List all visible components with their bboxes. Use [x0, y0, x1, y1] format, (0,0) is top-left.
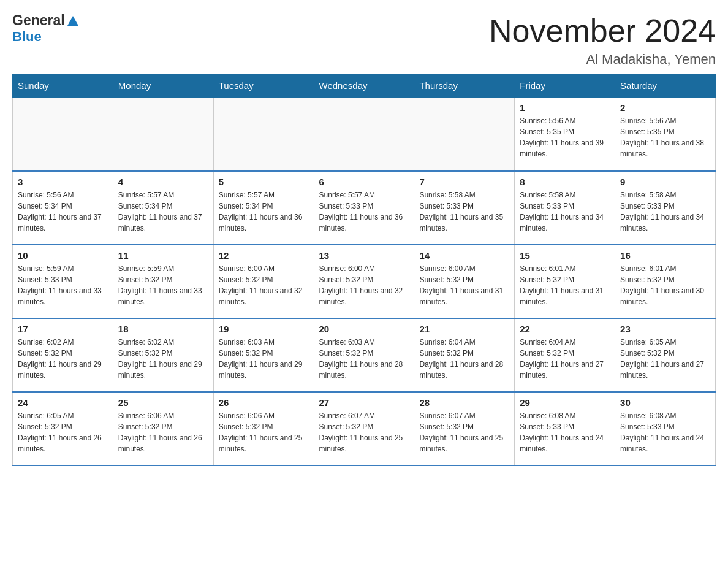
table-row: 23Sunrise: 6:05 AM Sunset: 5:32 PM Dayli… — [615, 318, 716, 392]
day-number: 24 — [18, 397, 108, 408]
day-info: Sunrise: 6:00 AM Sunset: 5:32 PM Dayligh… — [319, 263, 409, 307]
table-row: 29Sunrise: 6:08 AM Sunset: 5:33 PM Dayli… — [515, 392, 615, 465]
table-row: 8Sunrise: 5:58 AM Sunset: 5:33 PM Daylig… — [515, 171, 615, 245]
day-info: Sunrise: 6:08 AM Sunset: 5:33 PM Dayligh… — [620, 410, 710, 454]
calendar-week-row: 17Sunrise: 6:02 AM Sunset: 5:32 PM Dayli… — [13, 318, 716, 392]
table-row: 20Sunrise: 6:03 AM Sunset: 5:32 PM Dayli… — [314, 318, 414, 392]
logo-triangle-icon — [66, 15, 80, 28]
calendar-week-row: 10Sunrise: 5:59 AM Sunset: 5:33 PM Dayli… — [13, 245, 716, 318]
table-row — [314, 98, 414, 171]
page-subtitle: Al Madakisha, Yemen — [489, 52, 716, 67]
table-row: 5Sunrise: 5:57 AM Sunset: 5:34 PM Daylig… — [213, 171, 314, 245]
calendar-week-row: 24Sunrise: 6:05 AM Sunset: 5:32 PM Dayli… — [13, 392, 716, 465]
day-info: Sunrise: 6:05 AM Sunset: 5:32 PM Dayligh… — [18, 410, 108, 454]
day-number: 14 — [419, 250, 509, 261]
table-row: 21Sunrise: 6:04 AM Sunset: 5:32 PM Dayli… — [414, 318, 515, 392]
logo-general-text: General — [12, 12, 65, 29]
logo: General Blue — [12, 12, 80, 45]
table-row: 26Sunrise: 6:06 AM Sunset: 5:32 PM Dayli… — [213, 392, 314, 465]
day-number: 3 — [18, 177, 108, 187]
day-number: 13 — [319, 250, 409, 261]
day-info: Sunrise: 6:06 AM Sunset: 5:32 PM Dayligh… — [219, 410, 309, 454]
day-info: Sunrise: 6:04 AM Sunset: 5:32 PM Dayligh… — [419, 337, 509, 381]
day-info: Sunrise: 5:59 AM Sunset: 5:32 PM Dayligh… — [118, 263, 208, 307]
calendar-week-row: 1Sunrise: 5:56 AM Sunset: 5:35 PM Daylig… — [13, 98, 716, 171]
day-number: 18 — [118, 324, 208, 334]
table-row: 11Sunrise: 5:59 AM Sunset: 5:32 PM Dayli… — [113, 245, 213, 318]
day-info: Sunrise: 6:07 AM Sunset: 5:32 PM Dayligh… — [319, 410, 409, 454]
day-info: Sunrise: 5:57 AM Sunset: 5:34 PM Dayligh… — [118, 190, 208, 234]
table-row: 24Sunrise: 6:05 AM Sunset: 5:32 PM Dayli… — [13, 392, 113, 465]
calendar-week-row: 3Sunrise: 5:56 AM Sunset: 5:34 PM Daylig… — [13, 171, 716, 245]
day-info: Sunrise: 5:57 AM Sunset: 5:33 PM Dayligh… — [319, 190, 409, 234]
day-info: Sunrise: 6:05 AM Sunset: 5:32 PM Dayligh… — [620, 337, 710, 381]
table-row: 28Sunrise: 6:07 AM Sunset: 5:32 PM Dayli… — [414, 392, 515, 465]
table-row: 12Sunrise: 6:00 AM Sunset: 5:32 PM Dayli… — [213, 245, 314, 318]
day-number: 6 — [319, 177, 409, 187]
day-number: 15 — [520, 250, 610, 261]
day-info: Sunrise: 5:59 AM Sunset: 5:33 PM Dayligh… — [18, 263, 108, 307]
day-info: Sunrise: 6:07 AM Sunset: 5:32 PM Dayligh… — [419, 410, 509, 454]
day-info: Sunrise: 5:58 AM Sunset: 5:33 PM Dayligh… — [419, 190, 509, 234]
day-number: 10 — [18, 250, 108, 261]
day-info: Sunrise: 6:04 AM Sunset: 5:32 PM Dayligh… — [520, 337, 610, 381]
day-info: Sunrise: 5:56 AM Sunset: 5:34 PM Dayligh… — [18, 190, 108, 234]
day-number: 17 — [18, 324, 108, 334]
table-row: 4Sunrise: 5:57 AM Sunset: 5:34 PM Daylig… — [113, 171, 213, 245]
calendar-header-row: Sunday Monday Tuesday Wednesday Thursday… — [13, 74, 716, 98]
table-row — [113, 98, 213, 171]
day-info: Sunrise: 5:56 AM Sunset: 5:35 PM Dayligh… — [520, 115, 610, 159]
day-info: Sunrise: 6:03 AM Sunset: 5:32 PM Dayligh… — [319, 337, 409, 381]
col-friday: Friday — [515, 74, 615, 98]
day-number: 22 — [520, 324, 610, 334]
day-number: 29 — [520, 397, 610, 408]
day-number: 20 — [319, 324, 409, 334]
day-info: Sunrise: 6:08 AM Sunset: 5:33 PM Dayligh… — [520, 410, 610, 454]
table-row: 17Sunrise: 6:02 AM Sunset: 5:32 PM Dayli… — [13, 318, 113, 392]
day-info: Sunrise: 5:56 AM Sunset: 5:35 PM Dayligh… — [620, 115, 710, 159]
table-row: 2Sunrise: 5:56 AM Sunset: 5:35 PM Daylig… — [615, 98, 716, 171]
table-row — [414, 98, 515, 171]
table-row — [13, 98, 113, 171]
day-info: Sunrise: 6:01 AM Sunset: 5:32 PM Dayligh… — [620, 263, 710, 307]
calendar-table: Sunday Monday Tuesday Wednesday Thursday… — [12, 74, 716, 466]
day-number: 8 — [520, 177, 610, 187]
day-number: 2 — [620, 102, 710, 113]
col-monday: Monday — [113, 74, 213, 98]
table-row: 7Sunrise: 5:58 AM Sunset: 5:33 PM Daylig… — [414, 171, 515, 245]
day-number: 11 — [118, 250, 208, 261]
table-row: 22Sunrise: 6:04 AM Sunset: 5:32 PM Dayli… — [515, 318, 615, 392]
table-row: 25Sunrise: 6:06 AM Sunset: 5:32 PM Dayli… — [113, 392, 213, 465]
day-number: 23 — [620, 324, 710, 334]
day-number: 4 — [118, 177, 208, 187]
table-row: 9Sunrise: 5:58 AM Sunset: 5:33 PM Daylig… — [615, 171, 716, 245]
day-info: Sunrise: 6:03 AM Sunset: 5:32 PM Dayligh… — [219, 337, 309, 381]
day-number: 27 — [319, 397, 409, 408]
day-number: 9 — [620, 177, 710, 187]
table-row: 18Sunrise: 6:02 AM Sunset: 5:32 PM Dayli… — [113, 318, 213, 392]
day-number: 7 — [419, 177, 509, 187]
col-sunday: Sunday — [13, 74, 113, 98]
table-row — [213, 98, 314, 171]
col-tuesday: Tuesday — [213, 74, 314, 98]
day-number: 1 — [520, 102, 610, 113]
day-number: 5 — [219, 177, 309, 187]
day-info: Sunrise: 6:06 AM Sunset: 5:32 PM Dayligh… — [118, 410, 208, 454]
day-number: 16 — [620, 250, 710, 261]
table-row: 3Sunrise: 5:56 AM Sunset: 5:34 PM Daylig… — [13, 171, 113, 245]
day-info: Sunrise: 6:01 AM Sunset: 5:32 PM Dayligh… — [520, 263, 610, 307]
day-info: Sunrise: 6:00 AM Sunset: 5:32 PM Dayligh… — [419, 263, 509, 307]
col-saturday: Saturday — [615, 74, 716, 98]
page-header: General Blue November 2024 Al Madakisha,… — [12, 12, 716, 67]
logo-blue-text: Blue — [12, 29, 42, 44]
day-number: 12 — [219, 250, 309, 261]
day-info: Sunrise: 5:58 AM Sunset: 5:33 PM Dayligh… — [620, 190, 710, 234]
day-info: Sunrise: 6:02 AM Sunset: 5:32 PM Dayligh… — [18, 337, 108, 381]
col-thursday: Thursday — [414, 74, 515, 98]
table-row: 16Sunrise: 6:01 AM Sunset: 5:32 PM Dayli… — [615, 245, 716, 318]
day-number: 25 — [118, 397, 208, 408]
day-info: Sunrise: 6:02 AM Sunset: 5:32 PM Dayligh… — [118, 337, 208, 381]
table-row: 6Sunrise: 5:57 AM Sunset: 5:33 PM Daylig… — [314, 171, 414, 245]
day-number: 30 — [620, 397, 710, 408]
page-title: November 2024 — [489, 12, 716, 49]
